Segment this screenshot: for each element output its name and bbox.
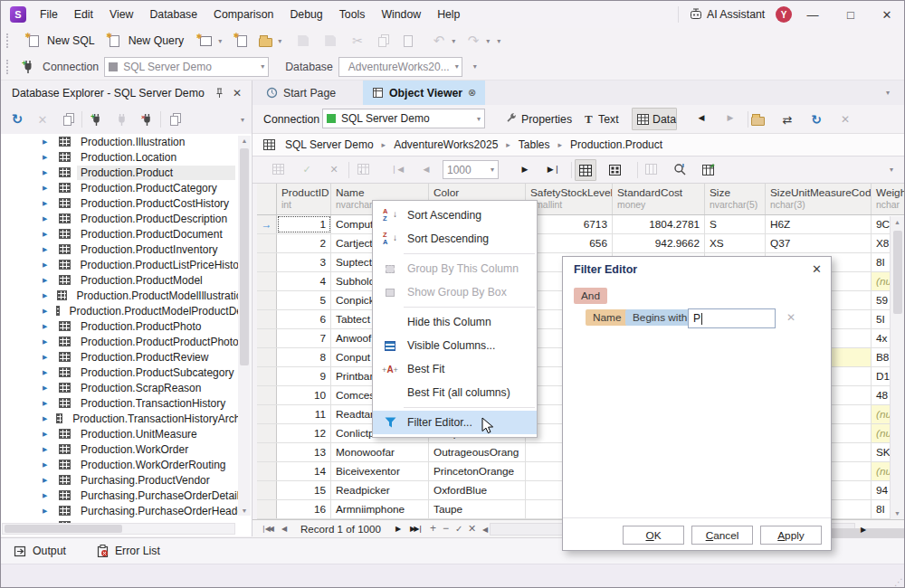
chevron-right-icon[interactable]: ▶ — [43, 477, 50, 484]
close-button[interactable]: ✕ — [870, 1, 904, 28]
remove-connection-icon[interactable]: × — [138, 110, 156, 128]
documents-icon[interactable] — [59, 110, 77, 128]
chevron-right-icon[interactable]: ▶ — [43, 261, 50, 269]
refresh-grid-icon[interactable] — [354, 160, 372, 178]
chevron-right-icon[interactable]: ▶ — [43, 308, 47, 315]
tree-item[interactable]: ▶Production.ProductProductPhoto — [1, 334, 252, 349]
filter-field-chip[interactable]: Name — [586, 309, 628, 326]
connection-select[interactable]: SQL Server Demo ▾ — [104, 57, 269, 77]
chevron-right-icon[interactable]: ▶ — [43, 431, 50, 438]
chevron-right-icon[interactable]: ▶ — [43, 415, 47, 422]
redo-dropdown-icon[interactable]: ▾ — [482, 37, 493, 45]
undo-icon[interactable]: ↶ — [430, 32, 448, 50]
menu-item-best-fit[interactable]: +A+Best Fit — [373, 357, 537, 381]
chevron-right-icon[interactable]: ▶ — [43, 492, 50, 499]
tree-item[interactable]: ▶Production.UnitMeasure — [1, 426, 252, 441]
breadcrumb-item[interactable]: Production.Product — [567, 138, 665, 151]
cell-sizeunitmeasurecode[interactable]: Q37 — [766, 234, 872, 252]
scroll-up-icon[interactable]: ▲ — [891, 219, 904, 225]
tree-item[interactable]: ▶Production.ProductModelIllustration — [1, 288, 252, 303]
explorer-vertical-scrollbar[interactable]: ▲ ▼ — [238, 136, 251, 516]
cell-color[interactable]: Taupe — [429, 500, 526, 518]
group-operator-chip[interactable]: And — [574, 288, 607, 304]
row-selector[interactable] — [257, 386, 277, 404]
refresh-icon[interactable]: ↻ — [807, 110, 825, 128]
cell-productid[interactable]: 7 — [277, 329, 331, 347]
duplicate-icon[interactable] — [166, 110, 184, 128]
scroll-up-icon[interactable]: ▲ — [238, 138, 251, 144]
chevron-right-icon[interactable]: ▶ — [43, 461, 50, 469]
column-header-standardcost[interactable]: StandardCostmoney — [613, 184, 705, 214]
cancel-button[interactable]: Cancel — [691, 526, 753, 545]
last-page-icon[interactable]: ▶❘ — [545, 160, 563, 178]
tree-item[interactable]: ▶Purchasing.PurchaseOrderDetail — [1, 488, 252, 503]
tree-item[interactable]: ▶Production.WorkOrderRouting — [1, 457, 252, 472]
row-selector[interactable] — [257, 367, 277, 385]
open-file-dropdown-icon[interactable]: ▾ — [274, 37, 285, 45]
row-selector[interactable] — [257, 253, 277, 271]
grid-row[interactable]: 2Cartject656942.9662XSQ37X8 — [257, 234, 905, 253]
cell-productid[interactable]: 1 — [277, 215, 331, 233]
post-edit-icon[interactable]: ✓ — [455, 524, 462, 534]
scrollbar-thumb[interactable] — [893, 231, 902, 314]
user-avatar[interactable]: Y — [776, 6, 792, 23]
open-file-icon[interactable] — [256, 32, 274, 50]
column-header-weight[interactable]: Weightnchar — [872, 184, 905, 214]
resize-grip[interactable]: ⋰ — [894, 577, 903, 587]
filter-value-input[interactable]: P — [688, 308, 776, 328]
cell-productid[interactable]: 3 — [277, 253, 331, 271]
explorer-toolbar-overflow-icon[interactable]: ▾ — [237, 116, 248, 124]
tree-item[interactable]: ▶Purchasing.ProductVendor — [1, 472, 252, 488]
menu-view[interactable]: View — [101, 1, 141, 28]
row-selector[interactable] — [257, 234, 277, 252]
tree-item[interactable]: ▶Production.ProductListPriceHistory — [1, 257, 252, 272]
data-button[interactable]: Data — [632, 108, 677, 130]
cell-name[interactable]: Armniimphone — [331, 500, 429, 518]
explorer-horizontal-scrollbar[interactable] — [2, 523, 235, 535]
chevron-right-icon[interactable]: ▶ — [43, 292, 48, 299]
menu-help[interactable]: Help — [429, 1, 468, 28]
undo-dropdown-icon[interactable]: ▾ — [448, 37, 459, 45]
cell-productid[interactable]: 12 — [277, 424, 331, 442]
chevron-right-icon[interactable]: ▶ — [43, 200, 50, 207]
chevron-right-icon[interactable]: ▶ — [43, 338, 50, 346]
breadcrumb-item[interactable]: AdventureWorks2025 — [391, 138, 500, 151]
cell-standardcost[interactable]: 942.9662 — [613, 234, 705, 252]
grid-vertical-scrollbar[interactable]: ▲ ▼ — [890, 216, 904, 519]
row-selector[interactable]: → — [257, 215, 277, 233]
cell-productid[interactable]: 14 — [277, 462, 331, 480]
chevron-right-icon[interactable]: ▶ — [43, 400, 50, 407]
cell-safetystocklevel[interactable]: 656 — [526, 234, 613, 252]
prev-page-icon[interactable]: ◀ — [417, 160, 435, 178]
chevron-right-icon[interactable]: ▶ — [43, 138, 50, 146]
tree-item[interactable]: ▶Purchasing.PurchaseOrderHeader — [1, 503, 252, 518]
tree-item[interactable]: ▶Production.ProductSubcategory — [1, 365, 252, 380]
cell-productid[interactable]: 11 — [277, 405, 331, 423]
row-selector[interactable] — [257, 291, 277, 309]
menu-edit[interactable]: Edit — [66, 1, 101, 28]
tree-item[interactable]: ▶Production.ProductDescription — [1, 211, 252, 226]
tab-object-viewer[interactable]: Object Viewer ⊗ — [363, 81, 485, 105]
filter-operator-chip[interactable]: Begins with — [625, 309, 694, 326]
menu-item-sort-ascending[interactable]: AZ↓Sort Ascending — [373, 204, 537, 227]
apply-button[interactable]: Apply — [760, 526, 822, 545]
apply-changes-icon[interactable]: ✓ — [298, 160, 316, 178]
tree-item[interactable]: ▶Production.ScrapReason — [1, 380, 252, 395]
tree-item[interactable]: ▶Production.ProductPhoto — [1, 318, 252, 334]
scroll-left-icon[interactable]: ◀ — [482, 526, 488, 534]
menu-database[interactable]: Database — [141, 1, 205, 28]
column-header-size[interactable]: Sizenvarchar(5) — [705, 184, 766, 214]
menu-item-best-fit-all-columns[interactable]: Best Fit (all columns) — [373, 381, 537, 404]
scroll-down-icon[interactable]: ▼ — [238, 507, 251, 514]
tab-close-icon[interactable]: ⊗ — [468, 87, 476, 99]
cell-size[interactable]: S — [705, 215, 766, 233]
cell-name[interactable]: Readpicker — [331, 481, 429, 499]
menu-item-sort-descending[interactable]: ZA↓Sort Descending — [373, 227, 537, 251]
cell-color[interactable]: OutrageousOrang — [429, 443, 526, 461]
prev-record-icon[interactable]: ◀ — [281, 525, 287, 533]
tree-item[interactable]: ▶Production.WorkOrder — [1, 441, 252, 457]
cell-productid[interactable]: 5 — [277, 291, 331, 309]
delete-icon[interactable]: ✕ — [33, 110, 52, 128]
menu-file[interactable]: File — [32, 1, 66, 28]
cell-color[interactable]: OxfordBlue — [429, 481, 526, 499]
